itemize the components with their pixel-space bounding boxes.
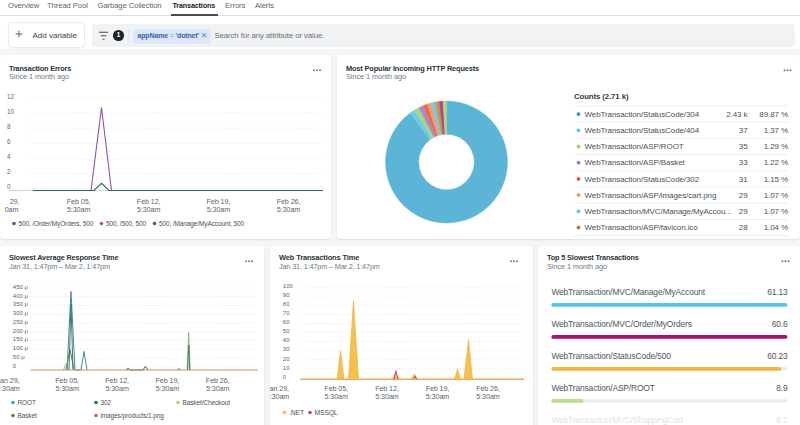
svg-text:0: 0 [7, 183, 11, 190]
svg-text:200 μ: 200 μ [13, 327, 29, 333]
svg-text:2: 2 [7, 168, 11, 175]
svg-text:8.2: 8.2 [776, 414, 788, 424]
svg-text:WebTransaction/MVC/Manage/MyAc: WebTransaction/MVC/Manage/MyAccou... [584, 207, 731, 216]
svg-text:0: 0 [282, 373, 286, 379]
svg-text:302: 302 [101, 399, 112, 406]
svg-text:5:30am: 5:30am [55, 383, 78, 392]
svg-text:450 μ: 450 μ [13, 283, 29, 289]
svg-text:12: 12 [7, 93, 15, 100]
svg-text:80: 80 [282, 301, 289, 307]
svg-text:50 μ: 50 μ [13, 353, 25, 359]
svg-text:33: 33 [738, 158, 747, 167]
svg-text:1.29 %: 1.29 % [763, 142, 787, 151]
svg-text:500, /500, 500: 500, /500, 500 [106, 220, 146, 227]
svg-text:5:30am: 5:30am [156, 383, 179, 392]
svg-text:29: 29 [738, 207, 747, 216]
svg-text:61.13: 61.13 [767, 286, 788, 296]
svg-text:Basket/Checkout: Basket/Checkout [183, 399, 231, 406]
svg-text:2.43 k: 2.43 k [726, 110, 748, 119]
svg-text:WebTransaction/ASP/favicon.ico: WebTransaction/ASP/favicon.ico [584, 223, 698, 232]
svg-text:37: 37 [738, 126, 747, 135]
svg-text:1.22 %: 1.22 % [763, 158, 787, 167]
svg-text:5:30am: 5:30am [206, 383, 229, 392]
svg-text:40: 40 [282, 337, 289, 343]
svg-text:5:30am: 5:30am [270, 392, 289, 401]
svg-text:10: 10 [7, 108, 15, 115]
svg-text:5:30am: 5:30am [476, 392, 499, 401]
svg-text:WebTransaction/MVC/Manage/MyAc: WebTransaction/MVC/Manage/MyAccount [551, 286, 705, 296]
svg-text:60: 60 [282, 319, 289, 325]
svg-text:150 μ: 150 μ [13, 336, 29, 342]
svg-text:Since 1 month ago: Since 1 month ago [547, 262, 607, 271]
svg-text:30: 30 [282, 346, 289, 352]
svg-text:Top 5 Slowest Transactions: Top 5 Slowest Transactions [547, 252, 639, 261]
svg-text:31: 31 [738, 175, 747, 184]
svg-text:1.15 %: 1.15 % [763, 175, 787, 184]
svg-text:WebTransaction/MVC/ShoppingCar: WebTransaction/MVC/ShoppingCart [551, 414, 683, 424]
svg-text:5:30am: 5:30am [207, 205, 230, 214]
svg-text:1.07 %: 1.07 % [763, 207, 787, 216]
svg-text:4: 4 [7, 153, 11, 160]
svg-text:ROOT: ROOT [18, 399, 36, 406]
svg-text:28: 28 [738, 223, 747, 232]
svg-text:35: 35 [738, 142, 747, 151]
svg-text:WebTransaction/ASP/images/cart: WebTransaction/ASP/images/cart.png [584, 191, 716, 200]
svg-text:Counts (2.71 k): Counts (2.71 k) [574, 92, 629, 101]
svg-text:300 μ: 300 μ [13, 310, 29, 316]
svg-text:Since 1 month ago: Since 1 month ago [9, 72, 69, 81]
svg-text:Web Transactions Time: Web Transactions Time [278, 252, 358, 261]
svg-text:100 μ: 100 μ [13, 345, 29, 351]
svg-text:1.04 %: 1.04 % [763, 223, 787, 232]
svg-text:8: 8 [7, 123, 11, 130]
svg-text:60.6: 60.6 [772, 318, 788, 328]
svg-text:29: 29 [738, 191, 747, 200]
svg-text:350 μ: 350 μ [13, 301, 29, 307]
svg-text:5:30am: 5:30am [105, 383, 128, 392]
svg-text:90: 90 [282, 291, 289, 297]
svg-text:100: 100 [282, 282, 293, 288]
svg-text:8.9: 8.9 [776, 382, 788, 392]
svg-text:WebTransaction/StatusCode/304: WebTransaction/StatusCode/304 [584, 110, 699, 119]
svg-text:5:30am: 5:30am [425, 392, 448, 401]
svg-text:WebTransaction/StatusCode/404: WebTransaction/StatusCode/404 [584, 126, 699, 135]
svg-text:5:30am: 5:30am [0, 383, 20, 392]
svg-text:250 μ: 250 μ [13, 318, 29, 324]
svg-text:images/products/1.png: images/products/1.png [101, 412, 165, 420]
svg-text:5:30am: 5:30am [324, 392, 347, 401]
svg-text:WebTransaction/ASP/ROOT: WebTransaction/ASP/ROOT [551, 382, 654, 392]
svg-text:.NET: .NET [288, 408, 303, 415]
svg-text:500, /Manage/MyAccount, 500: 500, /Manage/MyAccount, 500 [159, 220, 244, 228]
svg-text:WebTransaction/ASP/ROOT: WebTransaction/ASP/ROOT [584, 142, 683, 151]
svg-text:0am: 0am [5, 205, 19, 214]
svg-text:89.87 %: 89.87 % [759, 110, 788, 119]
svg-text:5:30am: 5:30am [137, 205, 160, 214]
svg-text:Jan 31, 1:47pm – Mar 2, 1:47pm: Jan 31, 1:47pm – Mar 2, 1:47pm [9, 262, 110, 271]
svg-text:60.23: 60.23 [767, 350, 788, 360]
svg-text:WebTransaction/ASP/Basket: WebTransaction/ASP/Basket [584, 158, 685, 167]
svg-text:WebTransaction/StatusCode/302: WebTransaction/StatusCode/302 [584, 175, 699, 184]
svg-text:5:30am: 5:30am [67, 205, 90, 214]
svg-text:70: 70 [282, 310, 289, 316]
svg-text:Basket: Basket [18, 412, 37, 419]
svg-text:MSSQL: MSSQL [314, 408, 338, 416]
svg-text:500, /Order/MyOrders, 500: 500, /Order/MyOrders, 500 [19, 220, 94, 228]
svg-text:20: 20 [282, 355, 289, 361]
svg-text:WebTransaction/MVC/Order/MyOrd: WebTransaction/MVC/Order/MyOrders [551, 318, 691, 328]
svg-text:6: 6 [7, 138, 11, 145]
svg-text:0: 0 [13, 362, 17, 368]
svg-text:5:30am: 5:30am [375, 392, 398, 401]
svg-text:10: 10 [282, 364, 289, 370]
svg-text:1.07 %: 1.07 % [763, 191, 787, 200]
svg-text:Jan 31, 1:47pm – Mar 2, 1:47pm: Jan 31, 1:47pm – Mar 2, 1:47pm [278, 262, 379, 271]
svg-text:WebTransaction/StatusCode/500: WebTransaction/StatusCode/500 [551, 350, 671, 360]
svg-text:1.37 %: 1.37 % [763, 126, 787, 135]
svg-text:Since 1 month ago: Since 1 month ago [346, 72, 406, 81]
svg-text:Slowest Average Response Time: Slowest Average Response Time [9, 252, 118, 261]
svg-text:5:30am: 5:30am [277, 205, 300, 214]
svg-text:400 μ: 400 μ [13, 292, 29, 298]
svg-text:50: 50 [282, 328, 289, 334]
